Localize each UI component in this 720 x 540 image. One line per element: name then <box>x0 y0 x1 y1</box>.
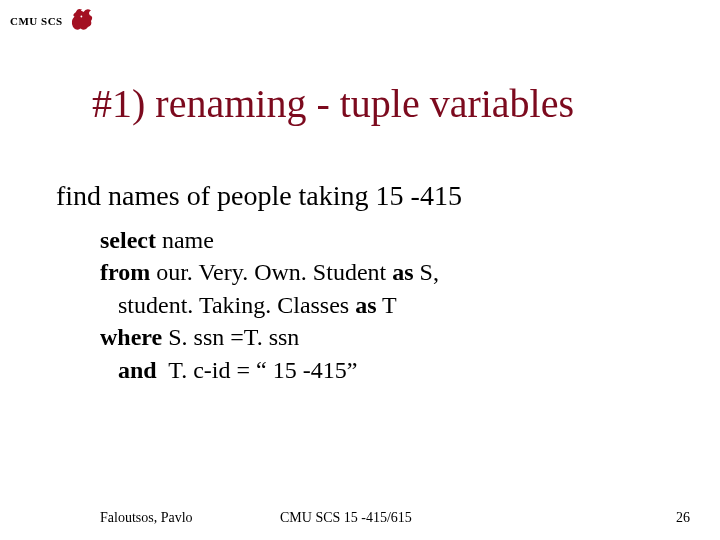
code-text: S. ssn =T. ssn <box>162 324 299 350</box>
code-text: T <box>377 292 397 318</box>
keyword-and: and <box>100 357 157 383</box>
keyword-as: as <box>392 259 413 285</box>
code-line-4: where S. ssn =T. ssn <box>100 321 439 353</box>
svg-point-0 <box>80 16 82 18</box>
slide-subtitle: find names of people taking 15 -415 <box>56 180 462 212</box>
code-text: student. Taking. Classes <box>100 292 355 318</box>
code-text: name <box>156 227 214 253</box>
footer-course: CMU SCS 15 -415/615 <box>280 510 412 526</box>
keyword-as: as <box>355 292 376 318</box>
code-text: our. Very. Own. Student <box>150 259 392 285</box>
sql-code-block: select name from our. Very. Own. Student… <box>100 224 439 386</box>
code-line-5: and T. c-id = “ 15 -415” <box>100 354 439 386</box>
slide-title: #1) renaming - tuple variables <box>92 80 574 127</box>
keyword-where: where <box>100 324 162 350</box>
dragon-logo-icon <box>67 6 97 36</box>
code-line-2: from our. Very. Own. Student as S, <box>100 256 439 288</box>
slide-header: CMU SCS <box>10 6 97 36</box>
keyword-from: from <box>100 259 150 285</box>
code-text: S, <box>414 259 439 285</box>
code-text: T. c-id = “ 15 -415” <box>157 357 358 383</box>
footer-authors: Faloutsos, Pavlo <box>100 510 193 526</box>
code-line-3: student. Taking. Classes as T <box>100 289 439 321</box>
code-line-1: select name <box>100 224 439 256</box>
org-label: CMU SCS <box>10 15 63 27</box>
footer-page-number: 26 <box>676 510 690 526</box>
keyword-select: select <box>100 227 156 253</box>
